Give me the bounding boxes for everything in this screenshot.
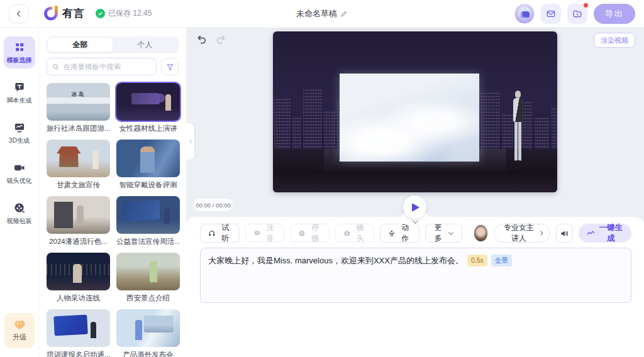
action-person-icon <box>388 229 396 238</box>
template-label: 产品海外发布会 <box>116 347 180 357</box>
template-label: 旅行社冰岛跟团游... <box>47 121 110 133</box>
panel-collapse-handle[interactable] <box>186 123 194 160</box>
shot-tag[interactable]: 全景 <box>491 255 512 266</box>
one-click-generate-button[interactable]: 一键生成 <box>579 224 631 243</box>
nav-label: 模板选择 <box>7 56 32 65</box>
template-label: 2024潘通流行色... <box>47 234 110 246</box>
template-thumbnail <box>116 83 180 121</box>
tool-label: 镜头 <box>354 222 366 244</box>
template-label: 甘肃文旅宣传 <box>47 177 110 190</box>
mail-button[interactable] <box>541 4 561 24</box>
template-label: 公益普法宣传周活... <box>116 234 180 246</box>
template-label: 培训课报名启动通... <box>47 347 110 357</box>
template-card[interactable]: 2024潘通流行色... <box>47 196 110 246</box>
export-button[interactable]: 导出 <box>594 4 635 24</box>
template-search[interactable] <box>47 58 157 75</box>
template-grid: 冰岛 旅行社冰岛跟团游... 女性题材线上演讲 甘肃文旅宣传 智能穿戴设备评测 … <box>47 83 180 357</box>
filter-button[interactable] <box>161 58 179 75</box>
template-thumbnail <box>47 253 110 290</box>
script-editor[interactable]: 大家晚上好，我是Miss. marvelous，欢迎来到XXX产品的线上发布会。… <box>200 248 631 303</box>
tool-label: 试听 <box>219 222 231 244</box>
grid-icon <box>13 41 26 53</box>
nav-item-template-select[interactable]: 模板选择 <box>4 36 35 69</box>
play-button[interactable] <box>403 195 426 219</box>
action-button[interactable]: 动作 <box>380 224 419 243</box>
pencil-icon[interactable] <box>340 10 348 18</box>
template-thumbnail <box>47 309 110 347</box>
nav-label: 镜头优化 <box>7 177 32 185</box>
nav-item-video-package[interactable]: 视频包装 <box>4 197 35 229</box>
play-icon <box>412 203 419 212</box>
tab-personal[interactable]: 个人 <box>113 38 177 52</box>
template-card[interactable]: 产品海外发布会 <box>116 309 180 357</box>
template-card[interactable]: 人物采访连线 <box>47 253 110 303</box>
volume-button[interactable] <box>556 224 572 243</box>
script-bubble-icon <box>13 81 26 94</box>
playback-time: 00:00 / 00:00 <box>194 199 233 211</box>
nav-label: 视频包装 <box>7 217 32 226</box>
headphones-icon <box>208 229 216 238</box>
pause-insert-button[interactable]: 停顿 <box>290 224 330 243</box>
template-card[interactable]: 冰岛 旅行社冰岛跟团游... <box>47 83 110 133</box>
tool-label: 停顿 <box>309 222 321 244</box>
speaker-icon <box>560 229 569 238</box>
nav-label: 3D生成 <box>9 136 30 145</box>
folder-icon <box>572 9 582 19</box>
speaker-name: 专业女主讲人 <box>501 222 537 244</box>
template-thumbnail: 冰岛 <box>47 83 110 121</box>
camera-icon <box>343 229 351 238</box>
upgrade-button[interactable]: 升级 <box>4 313 35 348</box>
render-video-button[interactable]: 渲染视频 <box>594 33 635 48</box>
template-card[interactable]: 西安景点介绍 <box>116 253 180 303</box>
monitor-wave-icon <box>13 121 26 134</box>
template-thumbnail <box>116 309 180 347</box>
generate-label: 一键生成 <box>598 222 623 244</box>
template-label: 西安景点介绍 <box>116 290 180 303</box>
shot-button[interactable]: 镜头 <box>335 224 375 243</box>
template-panel: 全部 个人 冰岛 旅行社冰岛跟团游... 女性题材线上演讲 甘肃文旅宣传 智能穿… <box>39 28 186 357</box>
search-input[interactable] <box>64 63 151 70</box>
editor-sheet: 试听 注音 停顿 镜头 动作 更多 <box>186 217 644 357</box>
nav-item-shot-optimize[interactable]: 镜头优化 <box>4 157 35 189</box>
video-camera-icon <box>13 162 26 174</box>
tool-label: 注音 <box>264 222 276 244</box>
mail-icon <box>546 9 556 19</box>
template-tabs: 全部 个人 <box>47 36 179 53</box>
chevron-down-icon <box>412 220 419 224</box>
redo-button[interactable] <box>215 34 226 45</box>
nav-label: 脚本生成 <box>7 96 32 105</box>
template-thumbnail <box>116 140 180 177</box>
template-thumbnail <box>47 196 110 234</box>
more-button[interactable]: 更多 <box>425 224 462 243</box>
template-card-selected[interactable]: 女性题材线上演讲 <box>116 83 180 133</box>
tab-all[interactable]: 全部 <box>48 38 113 52</box>
template-card[interactable]: 甘肃文旅宣传 <box>47 140 110 190</box>
nav-item-3d-gen[interactable]: 3D生成 <box>4 117 35 149</box>
chevron-down-icon <box>448 231 454 236</box>
left-nav-rail: 模板选择 脚本生成 3D生成 镜头优化 视频包装 升级 <box>0 28 39 357</box>
phonetic-button[interactable]: 注音 <box>245 224 285 243</box>
user-avatar[interactable] <box>514 4 535 24</box>
stage-screen <box>340 74 479 162</box>
presenter-avatar[interactable] <box>511 91 525 165</box>
chevron-left-icon <box>188 139 193 144</box>
speaker-avatar[interactable] <box>474 224 488 242</box>
projects-button[interactable] <box>567 4 587 24</box>
template-label: 女性题材线上演讲 <box>116 121 180 133</box>
search-icon <box>52 63 60 71</box>
template-label: 智能穿戴设备评测 <box>116 177 180 190</box>
diamond-icon <box>13 320 26 331</box>
listen-button[interactable]: 试听 <box>200 224 240 243</box>
pause-tag[interactable]: 0.5s <box>467 255 487 266</box>
video-preview[interactable] <box>273 31 557 192</box>
template-thumbnail <box>116 253 180 290</box>
template-card[interactable]: 培训课报名启动通... <box>47 309 110 357</box>
speaker-select-button[interactable]: 专业女主讲人 <box>494 224 550 243</box>
nav-item-script-gen[interactable]: 脚本生成 <box>4 77 35 109</box>
template-card[interactable]: 公益普法宣传周活... <box>116 196 180 246</box>
upgrade-label: 升级 <box>13 332 26 342</box>
thumbnail-caption: 冰岛 <box>47 91 110 99</box>
template-card[interactable]: 智能穿戴设备评测 <box>116 140 180 190</box>
undo-button[interactable] <box>196 34 208 45</box>
film-reel-icon <box>13 202 26 214</box>
